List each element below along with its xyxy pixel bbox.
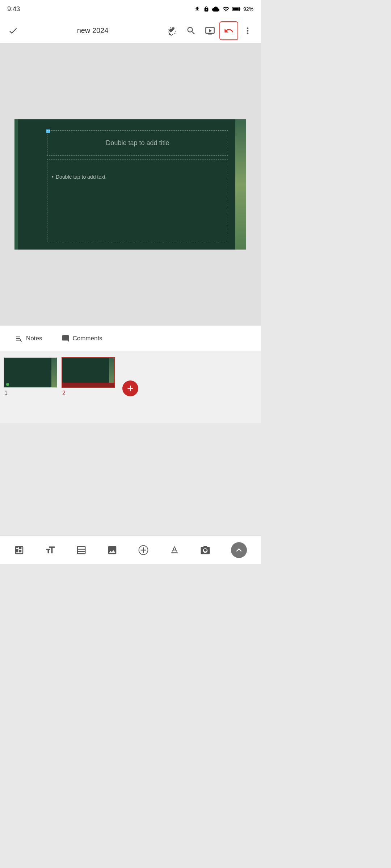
status-icons: 92% (194, 5, 253, 13)
add-shape-button[interactable] (134, 542, 152, 558)
chevron-up-icon (234, 545, 244, 556)
add-image-icon (107, 545, 118, 556)
add-image-button[interactable] (103, 542, 121, 558)
battery-percent: 92% (243, 6, 253, 12)
add-shape-icon (138, 545, 149, 556)
slide-indicator (6, 383, 9, 386)
slide-deco-left (14, 119, 18, 250)
svg-rect-2 (233, 8, 239, 10)
comments-button[interactable]: Comments (57, 332, 106, 345)
status-time: 9:43 (7, 5, 20, 13)
lock-icon (203, 6, 209, 12)
add-textbox-button[interactable] (41, 542, 59, 558)
slide-content-placeholder: Double tap to add text (52, 174, 223, 180)
notes-icon (15, 335, 23, 342)
canvas-area: Double tap to add title Double tap to ad… (0, 43, 261, 326)
highlight-button[interactable] (163, 21, 182, 40)
thumb-bg-2 (62, 358, 114, 387)
slide-content-box[interactable]: Double tap to add text (47, 159, 228, 242)
bottom-toolbar (0, 535, 261, 564)
status-bar: 9:43 92% (0, 0, 261, 18)
document-title: new 2024 (22, 26, 163, 35)
add-icon (126, 384, 135, 393)
cloud-icon (212, 5, 219, 13)
comments-icon (62, 335, 70, 342)
undo-button[interactable] (219, 21, 238, 40)
slide-number-2: 2 (62, 390, 116, 396)
notes-button[interactable]: Notes (11, 332, 46, 345)
present-button[interactable] (201, 21, 219, 40)
add-textbox-icon (45, 545, 56, 556)
add-table-button[interactable] (72, 542, 90, 558)
slide-thumbnail-2[interactable]: 2 (62, 357, 116, 417)
slide-thumbnail-1[interactable]: 1 (4, 357, 58, 417)
upload-icon (194, 6, 201, 12)
slide-canvas[interactable]: Double tap to add title Double tap to ad… (14, 119, 246, 250)
camera-icon (200, 545, 211, 556)
slide-deco-right (235, 119, 246, 250)
slide-layout-icon (14, 545, 25, 556)
add-text-button[interactable] (165, 542, 184, 558)
top-toolbar: new 2024 (0, 18, 261, 43)
add-slide-circle (122, 380, 138, 396)
thumbnails-bar: 1 2 (0, 351, 261, 423)
search-button[interactable] (182, 21, 201, 40)
add-table-icon (76, 545, 87, 556)
collapse-circle (231, 542, 247, 558)
slide-title-placeholder: Double tap to add title (106, 139, 169, 147)
add-slide-area (119, 371, 141, 404)
notes-comments-bar: Notes Comments (0, 326, 261, 351)
thumb-bg-1 (4, 358, 57, 387)
collapse-button[interactable] (227, 539, 251, 561)
thumbnail-img-2[interactable] (62, 357, 115, 388)
take-photo-button[interactable] (196, 542, 214, 558)
close-button[interactable] (4, 21, 22, 40)
battery-icon (232, 7, 240, 12)
slide-title-box[interactable]: Double tap to add title (47, 130, 228, 156)
slide-layout-button[interactable] (10, 542, 28, 558)
text-format-icon (169, 545, 180, 556)
comments-label: Comments (72, 335, 102, 342)
thumbnail-img-1[interactable] (4, 357, 57, 388)
notes-label: Notes (26, 335, 42, 342)
svg-rect-1 (240, 8, 240, 10)
more-options-button[interactable] (238, 21, 257, 40)
add-slide-button[interactable] (119, 373, 141, 404)
wifi-icon (222, 5, 230, 13)
slide-number-1: 1 (4, 390, 58, 396)
